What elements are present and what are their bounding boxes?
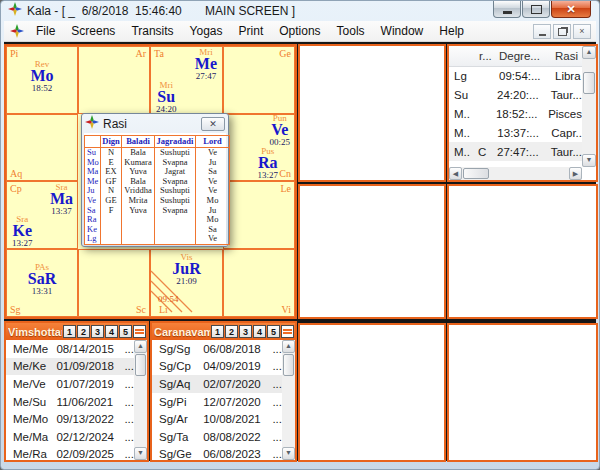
planet-table-row[interactable]: M..13:37:...Capr.. xyxy=(449,123,582,142)
chart-cell-sg[interactable]: SgPAsSaR13:31 xyxy=(6,249,78,317)
dasha-row[interactable]: Me/Su11/06/2021... xyxy=(6,393,134,411)
rasi-popup-close-button[interactable]: ✕ xyxy=(201,117,225,131)
scroll-down-button[interactable]: ▼ xyxy=(582,154,596,167)
chart-cell-aq[interactable]: Aq xyxy=(6,114,78,181)
chart-cell-cn[interactable]: CnPunVe00:25PusRa13:27 xyxy=(223,114,295,181)
rasi-table-cell: Ra xyxy=(85,215,101,225)
dasha-row[interactable]: Me/Ra02/09/2025... xyxy=(6,446,134,460)
dasha-row[interactable]: Me/Me08/14/2015... xyxy=(6,340,134,358)
menu-item-screens[interactable]: Screens xyxy=(63,22,123,40)
planet-table-row[interactable]: M..C27:47:...Taur... xyxy=(449,142,582,161)
chart-cell-ta[interactable]: TaMriMe27:47MriSu24:20 xyxy=(150,46,223,114)
dasha-tab-2[interactable]: 2 xyxy=(77,325,90,338)
planet-table-row[interactable]: M..18:52:...Pisces xyxy=(449,104,582,123)
chart-cell-cp[interactable]: CpSraMa13:37SraKe13:27 xyxy=(6,181,78,249)
rasi-table-row[interactable]: SuNBalaSushuptiVe xyxy=(85,148,230,158)
mdi-minimize-button[interactable] xyxy=(533,24,551,39)
planet-table-row[interactable]: Su24:20:...Taur... xyxy=(449,85,582,104)
dasha-tab-3[interactable]: 3 xyxy=(239,325,252,338)
rasi-table-row[interactable]: LgVe xyxy=(85,234,230,244)
dasha-more: ... xyxy=(124,448,134,460)
scroll-up-button[interactable]: ▲ xyxy=(134,340,147,353)
rasi-table-row[interactable]: MoEKumaraSvapnaJu xyxy=(85,158,230,168)
scroll-thumb[interactable] xyxy=(283,354,294,376)
planet-table-cell: Lg xyxy=(449,70,479,82)
menu-item-options[interactable]: Options xyxy=(271,22,328,40)
rasi-table-cell: Svapna xyxy=(155,177,196,187)
scroll-thumb[interactable] xyxy=(583,72,595,94)
dasha-tab-1[interactable]: 1 xyxy=(211,325,224,338)
minimize-button[interactable] xyxy=(493,1,521,18)
dasha-period: Me/Me xyxy=(13,343,56,355)
chart-cell-li[interactable]: LiVisJuR21:0909:54 xyxy=(150,249,223,317)
menu-item-transits[interactable]: Transits xyxy=(123,22,181,40)
scroll-left-button[interactable]: ◀ xyxy=(449,167,462,180)
rasi-table-row[interactable]: KeSa xyxy=(85,225,230,235)
planet-table-hscrollbar[interactable]: ◀ ▶ xyxy=(449,167,582,180)
dasha-row[interactable]: Me/Ke01/09/2018... xyxy=(6,358,134,376)
rasi-table-row[interactable]: MaEXYuvaJagratSa xyxy=(85,167,230,177)
dasha-vscrollbar[interactable]: ▲▼ xyxy=(282,340,295,460)
rasi-table-row[interactable]: MeGFBalaSvapnaVe xyxy=(85,177,230,187)
scroll-down-button[interactable]: ▼ xyxy=(134,447,147,460)
rasi-popup-titlebar[interactable]: Rasi ✕ xyxy=(82,114,228,133)
chart-cell-ar[interactable]: Ar xyxy=(78,46,150,114)
dasha-menu-icon[interactable] xyxy=(281,325,294,338)
menu-item-yogas[interactable]: Yogas xyxy=(182,22,231,40)
dasha-tab-1[interactable]: 1 xyxy=(63,325,76,338)
dasha-tab-3[interactable]: 3 xyxy=(91,325,104,338)
panel-bottom-middle xyxy=(298,323,446,462)
scroll-thumb[interactable] xyxy=(463,168,489,179)
close-button[interactable]: ✕ xyxy=(551,1,591,18)
dasha-row[interactable]: Sg/Ge06/08/2023... xyxy=(152,446,282,460)
menu-item-tools[interactable]: Tools xyxy=(329,22,373,40)
dasha-tab-5[interactable]: 5 xyxy=(267,325,280,338)
rasi-table-row[interactable]: VeGEMritaSushuptiMo xyxy=(85,196,230,206)
dasha-tab-5[interactable]: 5 xyxy=(119,325,132,338)
scroll-right-button[interactable]: ▶ xyxy=(569,167,582,180)
dasha-row[interactable]: Sg/Aq02/07/2020... xyxy=(152,375,282,393)
dasha-row[interactable]: Sg/Pi12/07/2020... xyxy=(152,393,282,411)
dasha-row[interactable]: Me/Ve01/07/2019... xyxy=(6,375,134,393)
rasi-table-cell xyxy=(101,225,122,235)
scroll-up-button[interactable]: ▲ xyxy=(282,340,295,353)
dasha-tab-4[interactable]: 4 xyxy=(105,325,118,338)
dasha-row[interactable]: Sg/Ar10/08/2021... xyxy=(152,410,282,428)
chart-cell-pi[interactable]: PiRevMo18:52 xyxy=(6,46,78,114)
rasi-table-row[interactable]: SaFYuvaSvapnaJu xyxy=(85,206,230,216)
panel-bottom-right xyxy=(447,323,598,462)
planet-table-vscrollbar[interactable]: ▲ ▼ xyxy=(582,46,596,167)
planet-table-cell: M.. xyxy=(449,146,478,158)
dasha-tab-4[interactable]: 4 xyxy=(253,325,266,338)
scroll-thumb[interactable] xyxy=(135,354,146,376)
menu-item-help[interactable]: Help xyxy=(431,22,472,40)
maximize-button[interactable] xyxy=(522,1,550,18)
scroll-down-button[interactable]: ▼ xyxy=(282,447,295,460)
dasha-tab-2[interactable]: 2 xyxy=(225,325,238,338)
menu-item-file[interactable]: File xyxy=(28,22,63,40)
dasha-row[interactable]: Me/Mo09/13/2022... xyxy=(6,410,134,428)
menu-item-window[interactable]: Window xyxy=(373,22,432,40)
mdi-close-button[interactable]: × xyxy=(573,24,591,39)
dasha-row[interactable]: Me/Ma02/12/2024... xyxy=(6,428,134,446)
dasha-vscrollbar[interactable]: ▲▼ xyxy=(134,340,147,460)
dasha-period: Sg/Ta xyxy=(159,431,203,443)
sign-label: Aq xyxy=(10,168,22,179)
scroll-up-button[interactable]: ▲ xyxy=(582,46,596,59)
rasi-table-row[interactable]: RaMo xyxy=(85,215,230,225)
planet-label: Ra xyxy=(257,156,278,170)
rasi-popup[interactable]: Rasi ✕ DignBaladiJagradadiLordSuNBalaSus… xyxy=(81,113,229,247)
planet-table-row[interactable]: Lg09:54:...Libra xyxy=(449,66,582,85)
dasha-row[interactable]: Sg/Ta08/08/2022... xyxy=(152,428,282,446)
mdi-restore-button[interactable] xyxy=(553,24,571,39)
dasha-row[interactable]: Sg/Sg06/08/2018... xyxy=(152,340,282,358)
rasi-table-row[interactable]: JuNVriddhaSushuptiVe xyxy=(85,186,230,196)
dasha-date: 08/08/2022 xyxy=(203,431,272,443)
menu-item-print[interactable]: Print xyxy=(231,22,272,40)
dasha-row[interactable]: Sg/Cp04/09/2019... xyxy=(152,358,282,376)
dasha-menu-icon[interactable] xyxy=(133,325,146,338)
chart-cell-ge[interactable]: Ge xyxy=(223,46,295,114)
chart-cell-sc[interactable]: Sc xyxy=(78,249,150,317)
chart-cell-vi[interactable]: Vi xyxy=(223,249,295,317)
chart-cell-le[interactable]: Le xyxy=(223,181,295,249)
